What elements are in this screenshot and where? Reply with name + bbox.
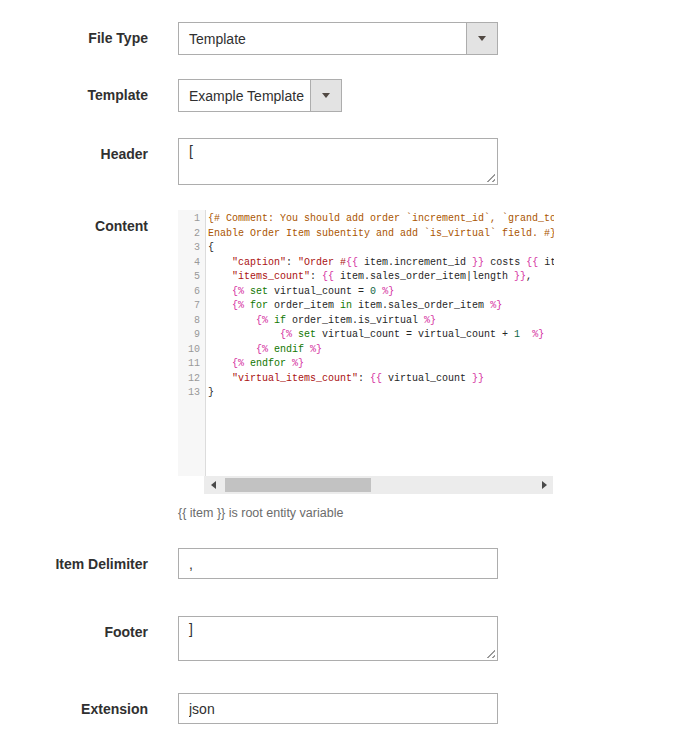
extension-label: Extension <box>0 693 148 717</box>
code-line: Enable Order Item subentity and add `is_… <box>208 227 554 242</box>
item-delimiter-row: Item Delimiter <box>0 548 685 579</box>
chevron-down-icon <box>478 36 486 41</box>
content-row: Content 12345678910111213 {# Comment: Yo… <box>0 210 685 496</box>
file-type-select-value: Template <box>179 23 466 54</box>
file-type-label: File Type <box>0 22 148 46</box>
template-label: Template <box>0 79 148 103</box>
line-number: 13 <box>178 386 200 401</box>
code-line: {% if order_item.is_virtual %} <box>208 314 554 329</box>
line-number: 5 <box>178 270 200 285</box>
item-delimiter-input[interactable] <box>178 548 498 579</box>
line-number: 10 <box>178 343 200 358</box>
line-number: 4 <box>178 256 200 271</box>
chevron-down-icon <box>322 93 330 98</box>
code-line: "items_count": {{ item.sales_order_item|… <box>208 270 554 285</box>
content-code-editor[interactable]: 12345678910111213 {# Comment: You should… <box>178 210 554 496</box>
file-type-select-button[interactable] <box>466 23 497 54</box>
header-textarea[interactable]: [ <box>178 138 498 185</box>
footer-row: Footer ] <box>0 616 685 661</box>
code-line: {# Comment: You should add order `increm… <box>208 212 554 227</box>
line-number: 8 <box>178 314 200 329</box>
footer-label: Footer <box>0 616 148 640</box>
code-editor-gutter: 12345678910111213 <box>178 210 206 476</box>
scrollbar-thumb[interactable] <box>225 478 371 492</box>
code-line: "virtual_items_count": {{ virtual_count … <box>208 372 554 387</box>
code-line: "caption": "Order #{{ item.increment_id … <box>208 256 554 271</box>
code-line: {% set virtual_count = virtual_count + 1… <box>208 328 554 343</box>
code-line: { <box>208 241 554 256</box>
line-number: 2 <box>178 227 200 242</box>
template-row: Template Example Template <box>0 79 685 112</box>
code-line: {% set virtual_count = 0 %} <box>208 285 554 300</box>
footer-textarea[interactable]: ] <box>178 616 498 661</box>
file-type-row: File Type Template <box>0 22 685 55</box>
extension-input[interactable] <box>178 693 498 724</box>
scroll-left-arrow-icon[interactable] <box>204 476 222 494</box>
line-number: 6 <box>178 285 200 300</box>
export-template-form: File Type Template Template Example Temp… <box>0 0 685 724</box>
code-editor-lines[interactable]: {# Comment: You should add order `increm… <box>206 210 554 476</box>
file-type-select[interactable]: Template <box>178 22 498 55</box>
line-number: 3 <box>178 241 200 256</box>
header-label: Header <box>0 138 148 162</box>
extension-row: Extension <box>0 693 685 724</box>
content-label: Content <box>0 210 148 234</box>
line-number: 12 <box>178 372 200 387</box>
line-number: 11 <box>178 357 200 372</box>
line-number: 1 <box>178 212 200 227</box>
line-number: 7 <box>178 299 200 314</box>
line-number: 9 <box>178 328 200 343</box>
item-delimiter-label: Item Delimiter <box>0 548 148 572</box>
code-line: } <box>208 386 554 401</box>
code-line: {% endfor %} <box>208 357 554 372</box>
template-select[interactable]: Example Template <box>178 79 342 112</box>
code-line: {% for order_item in item.sales_order_it… <box>208 299 554 314</box>
header-row: Header [ <box>0 138 685 185</box>
scroll-right-arrow-icon[interactable] <box>535 476 553 494</box>
horizontal-scrollbar[interactable] <box>204 476 553 494</box>
template-select-value: Example Template <box>179 80 310 111</box>
code-line: {% endif %} <box>208 343 554 358</box>
template-select-button[interactable] <box>310 80 341 111</box>
content-note: {{ item }} is root entity variable <box>178 506 685 520</box>
